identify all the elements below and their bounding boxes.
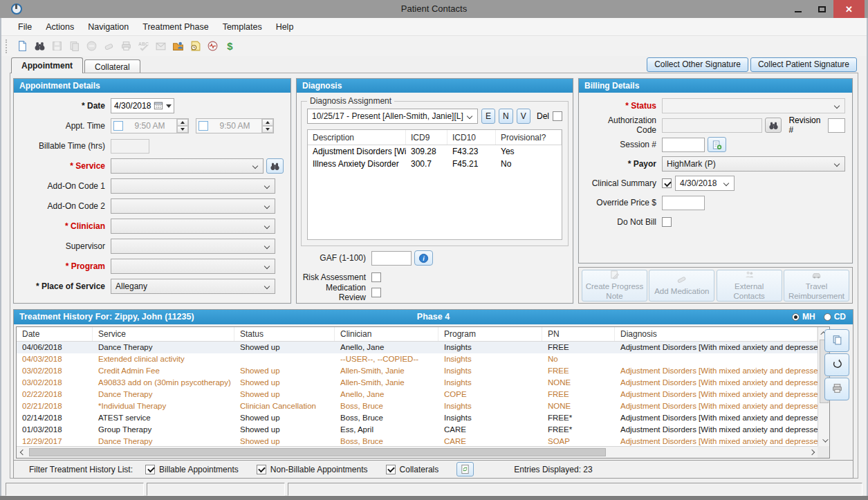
billable-time-input[interactable] <box>111 139 149 154</box>
copy-history-button[interactable] <box>824 329 849 352</box>
del-checkbox[interactable] <box>553 111 562 121</box>
treatment-row[interactable]: 04/03/2018Extended clinical activity--US… <box>17 353 818 365</box>
menu-help[interactable]: Help <box>269 19 301 35</box>
collect-patient-signature-button[interactable]: Collect Patient Signature <box>750 57 857 72</box>
appt-time-start-checkbox[interactable] <box>113 121 123 131</box>
menu-navigation[interactable]: Navigation <box>81 19 136 35</box>
binoculars-icon[interactable] <box>32 39 47 53</box>
treatment-row[interactable]: 04/06/2018Dance TherapyShowed upAnello, … <box>17 342 818 353</box>
vitals-icon[interactable] <box>205 39 220 53</box>
column-header-date[interactable]: Date <box>17 327 93 341</box>
menu-treatment-phase[interactable]: Treatment Phase <box>136 19 215 35</box>
new-document-icon[interactable] <box>15 39 30 53</box>
scroll-down-arrow[interactable] <box>818 434 830 446</box>
place-of-service-dropdown[interactable]: Allegany <box>111 279 275 294</box>
gaf-info-button[interactable]: i <box>414 250 433 266</box>
checkbox[interactable] <box>386 465 396 474</box>
radio-cd[interactable]: CD <box>824 310 846 324</box>
column-header-pn[interactable]: PN <box>542 327 615 341</box>
override-price-input[interactable] <box>662 196 705 210</box>
add-medication-button[interactable]: Add Medication <box>649 270 714 302</box>
column-header-clinician[interactable]: Clinician <box>335 327 438 341</box>
appt-time-start[interactable]: 9:50 AM <box>111 118 189 133</box>
diagnosis-row[interactable]: Adjustment Disorders [Wi...309.28F43.23Y… <box>308 145 562 158</box>
menu-templates[interactable]: Templates <box>216 19 269 35</box>
horizontal-scroll-thumb[interactable] <box>29 448 606 456</box>
session-add-button[interactable] <box>708 137 726 152</box>
diagnosis-row[interactable]: Illness Anxiety Disorder300.7F45.21No <box>308 158 562 170</box>
dollar-icon[interactable]: $ <box>222 39 237 53</box>
appt-time-start-spinner[interactable] <box>176 119 188 133</box>
print-history-button[interactable] <box>824 378 849 400</box>
prescription-icon[interactable] <box>187 39 203 53</box>
program-dropdown[interactable] <box>111 259 275 274</box>
supervisor-dropdown[interactable] <box>111 239 275 254</box>
travel-reimbursement-button[interactable]: Travel Reimbursement <box>784 270 849 302</box>
do-not-bill-checkbox[interactable] <box>662 217 672 227</box>
payor-dropdown[interactable]: HighMark (P) <box>662 156 845 172</box>
patient-folder-icon[interactable] <box>170 39 185 53</box>
scroll-right-arrow[interactable] <box>806 447 818 458</box>
revision-input[interactable] <box>828 118 845 133</box>
close-button[interactable]: ✕ <box>833 0 865 18</box>
service-search-button[interactable] <box>266 158 284 174</box>
column-header-program[interactable]: Program <box>438 327 542 341</box>
authorization-code-input[interactable] <box>662 118 762 133</box>
appt-time-end-spinner[interactable] <box>261 119 273 133</box>
tab-appointment[interactable]: Appointment <box>11 57 83 73</box>
toolbar-grip[interactable] <box>6 39 9 53</box>
diagnosis-edit-button[interactable]: E <box>481 109 495 124</box>
date-picker[interactable]: 4/30/2018 <box>111 98 174 113</box>
menu-file[interactable]: File <box>11 19 39 35</box>
scroll-left-arrow[interactable] <box>17 447 28 458</box>
treatment-row[interactable]: 03/02/2018Credit Admin FeeShowed upAllen… <box>17 365 818 377</box>
diagnosis-assignment-dropdown[interactable]: 10/25/17 - Present [Allen-Smith, Janie][… <box>307 109 478 124</box>
clinician-dropdown[interactable] <box>111 219 275 234</box>
radio-mh[interactable]: MH <box>792 310 815 324</box>
treatment-row[interactable]: 02/14/2018ATEST serviceShowed upBoss, Br… <box>17 412 818 424</box>
radio-circle[interactable] <box>792 313 800 321</box>
filter-checkbox-billable-appointments[interactable]: Billable Appointments <box>145 465 239 474</box>
tab-collateral[interactable]: Collateral <box>84 59 140 73</box>
treatment-row[interactable]: 03/02/2018A90833 add on (30min psycother… <box>17 377 818 389</box>
external-contacts-button[interactable]: External Contacts <box>717 270 782 302</box>
diagnosis-col-description[interactable]: Description <box>308 130 406 145</box>
refresh-list-button[interactable] <box>456 462 474 476</box>
service-dropdown[interactable] <box>111 158 264 174</box>
menu-actions[interactable]: Actions <box>39 19 81 35</box>
filter-checkbox-non-billable-appointments[interactable]: Non-Billable Appointments <box>257 465 368 474</box>
treatment-row[interactable]: 02/21/2018*Individual TherapyClinician C… <box>17 400 818 412</box>
treatment-row[interactable]: 01/03/2018Group TherapyShowed upEss, Apr… <box>17 424 818 436</box>
column-header-service[interactable]: Service <box>93 327 234 341</box>
date-dropdown-arrow[interactable] <box>166 104 172 108</box>
authorization-search-button[interactable] <box>765 118 782 133</box>
maximize-button[interactable] <box>810 0 833 18</box>
status-dropdown[interactable] <box>662 98 845 113</box>
column-header-status[interactable]: Status <box>234 327 335 341</box>
appt-time-end-checkbox[interactable] <box>198 121 208 131</box>
medication-review-checkbox[interactable] <box>371 288 381 297</box>
column-header-diagnosis[interactable]: Diagnosis <box>615 327 818 341</box>
refresh-history-button[interactable] <box>824 353 849 376</box>
horizontal-scrollbar[interactable] <box>17 446 818 458</box>
filter-checkbox-collaterals[interactable]: Collaterals <box>386 465 439 474</box>
diagnosis-view-button[interactable]: V <box>517 109 530 124</box>
collect-other-signature-button[interactable]: Collect Other Signature <box>647 57 748 72</box>
diagnosis-new-button[interactable]: N <box>499 109 513 124</box>
checkbox[interactable] <box>145 465 155 474</box>
diagnosis-col-provisional[interactable]: Provisional? <box>496 130 562 145</box>
gaf-input[interactable] <box>371 251 412 266</box>
checkbox[interactable] <box>257 465 266 474</box>
create-progress-note-button[interactable]: Create Progress Note <box>582 270 647 302</box>
clinical-summary-date-dropdown[interactable]: 4/30/2018 <box>675 176 735 191</box>
addon1-dropdown[interactable] <box>111 178 275 194</box>
addon2-dropdown[interactable] <box>111 198 275 214</box>
treatment-row[interactable]: 02/22/2018Dance TherapyShowed upAnello, … <box>17 389 818 400</box>
minimize-button[interactable] <box>786 0 810 18</box>
radio-circle[interactable] <box>824 313 831 321</box>
clinical-summary-checkbox[interactable] <box>662 178 672 188</box>
session-input[interactable] <box>662 138 705 152</box>
risk-assessment-checkbox[interactable] <box>371 272 381 282</box>
appt-time-end[interactable]: 9:50 AM <box>196 118 274 133</box>
diagnosis-col-icd9[interactable]: ICD9 <box>406 130 447 145</box>
